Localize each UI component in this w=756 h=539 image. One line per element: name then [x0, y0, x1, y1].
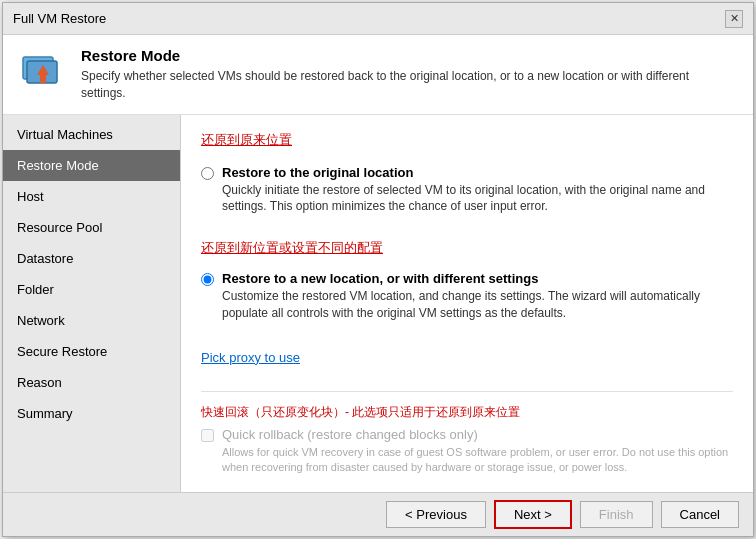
option2-radio-group: Restore to a new location, or with diffe…	[201, 271, 733, 322]
sidebar-item-reason[interactable]: Reason	[3, 367, 180, 398]
original-location-title: 还原到原来位置	[201, 131, 733, 149]
header-text: Restore Mode Specify whether selected VM…	[81, 47, 737, 102]
finish-button[interactable]: Finish	[580, 501, 653, 528]
previous-button[interactable]: < Previous	[386, 501, 486, 528]
option2-text: Restore to a new location, or with diffe…	[222, 271, 733, 322]
sidebar-item-resource-pool[interactable]: Resource Pool	[3, 212, 180, 243]
close-button[interactable]: ✕	[725, 10, 743, 28]
rollback-label-red: 快速回滚（只还原变化块）- 此选项只适用于还原到原来位置	[201, 404, 733, 421]
rollback-section: 快速回滚（只还原变化块）- 此选项只适用于还原到原来位置 Quick rollb…	[201, 391, 733, 476]
title-bar: Full VM Restore ✕	[3, 3, 753, 35]
sidebar-item-secure-restore[interactable]: Secure Restore	[3, 336, 180, 367]
footer: < Previous Next > Finish Cancel	[3, 492, 753, 536]
option1-radio[interactable]	[201, 167, 214, 180]
sidebar: Virtual Machines Restore Mode Host Resou…	[3, 115, 181, 492]
dialog: Full VM Restore ✕ Restore Mode Specify w…	[2, 2, 754, 537]
body: Virtual Machines Restore Mode Host Resou…	[3, 115, 753, 492]
option1-desc: Quickly initiate the restore of selected…	[222, 182, 733, 216]
sidebar-item-restore-mode[interactable]: Restore Mode	[3, 150, 180, 181]
option2-radio[interactable]	[201, 273, 214, 286]
header-description: Specify whether selected VMs should be r…	[81, 68, 737, 102]
sidebar-item-virtual-machines[interactable]: Virtual Machines	[3, 119, 180, 150]
rollback-checkbox[interactable]	[201, 429, 214, 442]
option2-label[interactable]: Restore to a new location, or with diffe…	[222, 271, 538, 286]
cancel-button[interactable]: Cancel	[661, 501, 739, 528]
sidebar-item-summary[interactable]: Summary	[3, 398, 180, 429]
option2-desc: Customize the restored VM location, and …	[222, 288, 733, 322]
new-location-title: 还原到新位置或设置不同的配置	[201, 239, 733, 257]
option1-radio-group: Restore to the original location Quickly…	[201, 165, 733, 216]
pick-proxy-link[interactable]: Pick proxy to use	[201, 350, 733, 365]
header: Restore Mode Specify whether selected VM…	[3, 35, 753, 115]
rollback-checkbox-label: Quick rollback (restore changed blocks o…	[222, 427, 478, 442]
sidebar-item-folder[interactable]: Folder	[3, 274, 180, 305]
sidebar-item-network[interactable]: Network	[3, 305, 180, 336]
dialog-title: Full VM Restore	[13, 11, 106, 26]
option1-text: Restore to the original location Quickly…	[222, 165, 733, 216]
next-button[interactable]: Next >	[494, 500, 572, 529]
rollback-checkbox-row: Quick rollback (restore changed blocks o…	[201, 427, 733, 476]
option1-label[interactable]: Restore to the original location	[222, 165, 413, 180]
sidebar-item-datastore[interactable]: Datastore	[3, 243, 180, 274]
rollback-desc: Allows for quick VM recovery in case of …	[222, 445, 733, 476]
rollback-text: Quick rollback (restore changed blocks o…	[222, 427, 733, 476]
restore-icon	[19, 47, 67, 95]
main-content: 还原到原来位置 Restore to the original location…	[181, 115, 753, 492]
header-title: Restore Mode	[81, 47, 737, 64]
sidebar-item-host[interactable]: Host	[3, 181, 180, 212]
